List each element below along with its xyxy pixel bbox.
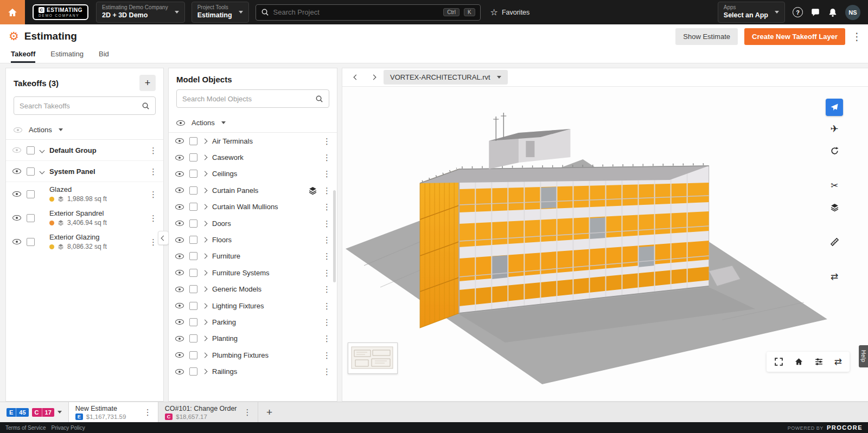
view-settings-button[interactable] (814, 357, 824, 366)
row-checkbox[interactable] (189, 153, 197, 161)
kebab-menu-icon[interactable] (323, 170, 330, 178)
visibility-eye-icon[interactable] (175, 204, 184, 210)
row-checkbox[interactable] (189, 236, 197, 244)
collapse-panel-handle[interactable] (158, 231, 169, 245)
navigate-tool-button[interactable] (826, 99, 843, 116)
visibility-eye-icon[interactable] (176, 120, 185, 126)
model-object-row-parking[interactable]: Parking (169, 314, 337, 330)
model-file-selector[interactable]: VORTEX-ARCHITECTURAL.rvt (384, 70, 508, 85)
visibility-eye-icon[interactable] (12, 239, 21, 244)
orbit-tool-button[interactable] (826, 142, 843, 159)
chevron-right-icon[interactable] (202, 270, 208, 275)
visibility-eye-icon[interactable] (175, 369, 184, 374)
kebab-menu-icon[interactable] (323, 203, 330, 211)
chevron-right-icon[interactable] (202, 287, 208, 292)
kebab-menu-icon[interactable] (323, 219, 330, 228)
section-cut-tool-button[interactable] (826, 177, 843, 194)
visibility-eye-icon[interactable] (175, 188, 184, 193)
visibility-eye-icon[interactable] (175, 138, 184, 144)
chevron-right-icon[interactable] (202, 352, 208, 358)
chevron-right-icon[interactable] (202, 369, 208, 374)
tab-bid[interactable]: Bid (99, 48, 109, 63)
active-layers-icon[interactable] (308, 186, 317, 195)
model-object-row-plumbing-fixtures[interactable]: Plumbing Fixtures (169, 347, 337, 363)
item-checkbox[interactable] (27, 190, 35, 198)
row-checkbox[interactable] (189, 334, 197, 342)
visibility-eye-icon[interactable] (175, 336, 184, 341)
add-estimate-tab-button[interactable] (258, 402, 281, 422)
kebab-menu-icon[interactable] (323, 153, 330, 161)
kebab-menu-icon[interactable] (149, 214, 157, 222)
chevron-right-icon[interactable] (202, 155, 208, 160)
fly-tool-button[interactable] (826, 120, 843, 138)
group-checkbox[interactable] (27, 167, 35, 176)
takeoff-group-row-system-panel[interactable]: System Panel (6, 161, 163, 182)
terms-of-service-link[interactable]: Terms of Service (5, 425, 46, 431)
visibility-eye-icon[interactable] (175, 319, 184, 325)
home-button[interactable] (0, 0, 25, 24)
row-checkbox[interactable] (189, 137, 197, 145)
chat-icon[interactable] (810, 8, 820, 17)
visibility-eye-icon[interactable] (12, 147, 21, 153)
kebab-menu-icon[interactable] (323, 318, 330, 326)
project-search-input[interactable] (273, 8, 439, 16)
visibility-eye-icon[interactable] (175, 221, 184, 226)
model-object-row-generic-models[interactable]: Generic Models (169, 281, 337, 298)
kebab-menu-icon[interactable] (323, 351, 330, 359)
scrollbar-thumb[interactable] (333, 190, 336, 282)
switch-view-button[interactable] (834, 356, 842, 367)
kebab-menu-icon[interactable] (323, 285, 330, 293)
kebab-menu-icon[interactable] (323, 236, 330, 244)
add-takeoff-button[interactable] (139, 75, 156, 91)
visibility-eye-icon[interactable] (175, 303, 184, 308)
previous-model-button[interactable] (349, 70, 363, 85)
estimate-tab-new-estimate[interactable]: New Estimate E $1,167,731.59 (69, 402, 158, 422)
home-view-button[interactable] (794, 357, 803, 366)
header-kebab-menu-icon[interactable] (852, 31, 859, 42)
help-icon[interactable] (793, 7, 803, 17)
model-object-row-railings[interactable]: Railings (169, 363, 337, 379)
model-object-row-lighting-fixtures[interactable]: Lighting Fixtures (169, 298, 337, 314)
kebab-menu-icon[interactable] (323, 269, 330, 277)
row-checkbox[interactable] (189, 318, 197, 326)
kebab-menu-icon[interactable] (149, 190, 157, 198)
visibility-eye-icon[interactable] (12, 215, 21, 221)
row-checkbox[interactable] (189, 285, 197, 293)
layers-tool-button[interactable] (826, 198, 843, 216)
model-object-row-furniture-systems[interactable]: Furniture Systems (169, 264, 337, 281)
takeoffs-search-input[interactable] (20, 102, 138, 110)
model-object-row-curtain-panels[interactable]: Curtain Panels (169, 182, 337, 198)
takeoff-item-glazed[interactable]: Glazed 1,988.98 sq ft (6, 182, 163, 206)
item-checkbox[interactable] (27, 238, 35, 246)
kebab-menu-icon[interactable] (323, 186, 330, 195)
chevron-right-icon[interactable] (202, 320, 208, 325)
visibility-eye-icon[interactable] (175, 352, 184, 358)
chevron-down-icon[interactable] (58, 411, 62, 413)
user-avatar[interactable]: NS (845, 5, 860, 20)
model-object-row-casework[interactable]: Casework (169, 149, 337, 165)
tab-takeoff[interactable]: Takeoff (11, 48, 35, 63)
chevron-down-icon[interactable] (40, 147, 45, 153)
chevron-down-icon[interactable] (59, 128, 63, 131)
chevron-right-icon[interactable] (202, 138, 208, 144)
chevron-right-icon[interactable] (202, 188, 208, 193)
row-checkbox[interactable] (189, 203, 197, 211)
visibility-eye-icon[interactable] (12, 169, 21, 174)
create-new-takeoff-layer-button[interactable]: Create New Takeoff Layer (744, 28, 845, 45)
chevron-down-icon[interactable] (221, 121, 226, 124)
chevron-right-icon[interactable] (202, 171, 208, 177)
takeoff-group-row-default[interactable]: Default Group (6, 140, 163, 161)
row-checkbox[interactable] (189, 186, 197, 195)
visibility-eye-icon[interactable] (175, 270, 184, 275)
model-object-row-ceilings[interactable]: Ceilings (169, 166, 337, 182)
measure-tool-button[interactable] (826, 233, 843, 250)
apps-selector[interactable]: Apps Select an App (718, 2, 785, 22)
minimap-thumbnail[interactable] (348, 342, 398, 374)
row-checkbox[interactable] (189, 367, 197, 376)
model-object-row-furniture[interactable]: Furniture (169, 248, 337, 264)
kebab-menu-icon[interactable] (323, 367, 330, 376)
kebab-menu-icon[interactable] (149, 146, 157, 154)
kebab-menu-icon[interactable] (144, 408, 151, 416)
visibility-eye-icon[interactable] (14, 127, 22, 133)
visibility-eye-icon[interactable] (175, 171, 184, 177)
